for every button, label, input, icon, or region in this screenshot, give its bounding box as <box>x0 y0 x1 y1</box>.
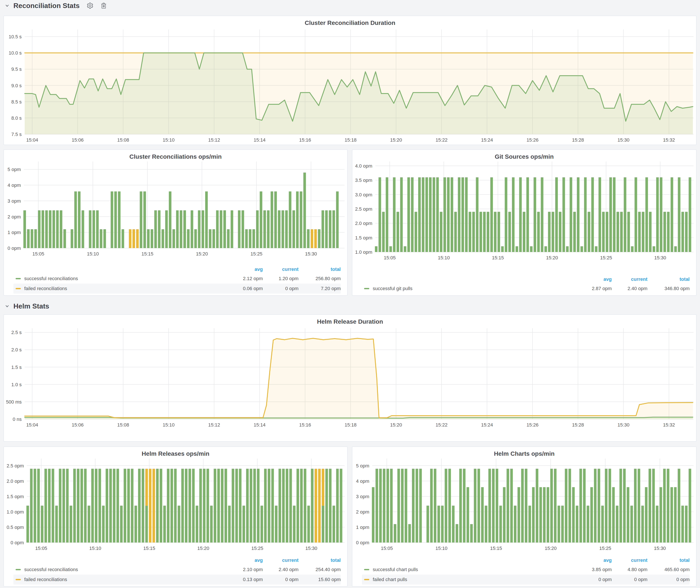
svg-text:4.0 opm: 4.0 opm <box>355 163 373 169</box>
helm-releases-opm-legend: avgcurrenttotalsuccessful reconciliation… <box>13 556 341 585</box>
svg-text:15:26: 15:26 <box>527 422 539 428</box>
svg-text:15:24: 15:24 <box>481 137 493 143</box>
svg-text:0 opm: 0 opm <box>8 246 21 251</box>
legend-header-total[interactable]: total <box>298 267 341 272</box>
legend-header-avg[interactable]: avg <box>227 267 263 272</box>
legend-stat-avg: 0.06 opm <box>227 286 263 291</box>
series-color-dash <box>16 288 21 289</box>
svg-text:15:16: 15:16 <box>299 422 311 428</box>
section-row-helm-stats[interactable]: Helm Stats <box>5 301 49 311</box>
svg-text:15:18: 15:18 <box>345 137 356 143</box>
legend-stat-current: 2.40 opm <box>612 286 647 291</box>
legend-stat-total: 7.20 opm <box>298 286 341 291</box>
svg-text:15:20: 15:20 <box>545 546 556 551</box>
svg-text:1.5 opm: 1.5 opm <box>355 235 373 241</box>
legend-stat-total: 15.60 opm <box>298 577 341 582</box>
legend-header-current[interactable]: current <box>612 276 647 282</box>
legend-stat-total: 256.80 opm <box>298 276 341 281</box>
svg-text:15:30: 15:30 <box>305 251 317 257</box>
svg-text:1.0 s: 1.0 s <box>11 382 22 387</box>
svg-text:15:08: 15:08 <box>117 422 129 428</box>
svg-text:8.5 s: 8.5 s <box>11 99 22 105</box>
legend-stat-avg: 0.13 opm <box>227 577 263 582</box>
svg-text:15:20: 15:20 <box>196 251 208 257</box>
legend-series-toggle[interactable]: failed chart pulls <box>362 577 576 582</box>
legend-series-toggle[interactable]: failed reconciliations <box>13 577 227 582</box>
legend-series-label: failed reconciliations <box>24 286 67 291</box>
series-color-dash <box>16 278 21 279</box>
panel-cluster-reconciliations-opm: Cluster Reconciliations ops/min 0 opm1 o… <box>3 149 348 296</box>
svg-text:15:05: 15:05 <box>381 546 393 551</box>
svg-text:15:20: 15:20 <box>390 137 402 143</box>
svg-text:5 opm: 5 opm <box>8 167 21 172</box>
legend-header-total[interactable]: total <box>298 557 341 563</box>
legend-row: successful chart pulls3.85 opm4.80 opm46… <box>362 565 690 575</box>
svg-text:15:16: 15:16 <box>299 137 311 143</box>
svg-text:15:32: 15:32 <box>663 137 675 143</box>
legend-stat-total: 465.60 opm <box>647 567 690 572</box>
svg-text:15:05: 15:05 <box>35 546 47 551</box>
legend-stat-current: 0 opm <box>263 577 298 582</box>
svg-text:15:25: 15:25 <box>251 546 263 551</box>
svg-text:15:30: 15:30 <box>305 546 317 551</box>
legend-header-row: avgcurrenttotal <box>362 556 690 565</box>
legend-header-total[interactable]: total <box>647 557 690 563</box>
legend-series-toggle[interactable]: successful reconciliations <box>13 567 227 572</box>
section-row-reconciliation-stats[interactable]: Reconciliation Stats <box>5 0 107 11</box>
series-color-dash <box>16 569 21 570</box>
legend-header-avg[interactable]: avg <box>576 557 612 563</box>
panel-helm-release-duration: Helm Release Duration 0 ns500 ms1.0 s1.5… <box>3 314 697 442</box>
legend-row: successful git pulls2.87 opm2.40 opm346.… <box>362 284 690 294</box>
git-sources-opm-plot: 1.0 opm1.5 opm2.0 opm2.5 opm3.0 opm3.5 o… <box>352 150 696 295</box>
trash-icon[interactable] <box>100 2 107 9</box>
svg-text:15:08: 15:08 <box>117 137 129 143</box>
legend-header-avg[interactable]: avg <box>227 557 263 563</box>
legend-stat-total: 346.80 opm <box>647 286 690 291</box>
svg-text:15:25: 15:25 <box>600 255 612 260</box>
cluster-reconciliations-opm-legend: avgcurrenttotalsuccessful reconciliation… <box>13 265 341 294</box>
legend-row: successful reconciliations2.12 opm1.20 o… <box>13 274 341 284</box>
legend-series-label: successful reconciliations <box>24 276 78 281</box>
svg-text:15:32: 15:32 <box>663 422 675 428</box>
svg-text:3.5 opm: 3.5 opm <box>355 178 373 183</box>
svg-text:2.0 opm: 2.0 opm <box>355 221 373 226</box>
legend-stat-avg: 3.85 opm <box>576 567 612 572</box>
legend-header-current[interactable]: current <box>263 267 298 272</box>
legend-series-label: successful reconciliations <box>24 567 78 572</box>
svg-text:500 ms: 500 ms <box>6 399 22 405</box>
legend-header-row: avgcurrenttotal <box>13 265 341 274</box>
svg-text:15:12: 15:12 <box>208 137 220 143</box>
helm-charts-opm-legend: avgcurrenttotalsuccessful chart pulls3.8… <box>362 556 690 585</box>
legend-header-current[interactable]: current <box>263 557 298 563</box>
legend-header-row: avgcurrenttotal <box>13 556 341 565</box>
svg-text:2.5 opm: 2.5 opm <box>355 206 373 212</box>
svg-text:15:20: 15:20 <box>546 255 558 260</box>
svg-text:15:15: 15:15 <box>141 251 153 257</box>
svg-text:15:15: 15:15 <box>143 546 155 551</box>
svg-text:1.5 opm: 1.5 opm <box>7 494 24 499</box>
svg-text:5 opm: 5 opm <box>356 463 369 468</box>
svg-text:15:28: 15:28 <box>572 137 584 143</box>
gear-icon[interactable] <box>87 2 94 9</box>
legend-series-toggle[interactable]: successful chart pulls <box>362 567 576 572</box>
legend-header-row: avgcurrenttotal <box>362 275 690 284</box>
legend-row: failed reconciliations0.06 opm0 opm7.20 … <box>13 284 341 294</box>
legend-header-total[interactable]: total <box>647 276 690 282</box>
legend-header-avg[interactable]: avg <box>576 276 612 282</box>
legend-series-toggle[interactable]: failed reconciliations <box>13 286 227 291</box>
svg-text:15:10: 15:10 <box>89 546 101 551</box>
legend-stat-current: 0 opm <box>612 577 647 582</box>
svg-text:15:06: 15:06 <box>72 137 84 143</box>
svg-text:15:14: 15:14 <box>254 137 266 143</box>
legend-series-toggle[interactable]: successful git pulls <box>362 286 576 291</box>
svg-text:1.0 opm: 1.0 opm <box>7 509 24 515</box>
svg-text:15:26: 15:26 <box>527 137 539 143</box>
legend-series-toggle[interactable]: successful reconciliations <box>13 276 227 281</box>
svg-text:3 opm: 3 opm <box>8 198 21 204</box>
svg-text:2.0 s: 2.0 s <box>11 347 22 352</box>
svg-text:15:22: 15:22 <box>435 137 447 143</box>
svg-text:15:04: 15:04 <box>26 137 38 143</box>
svg-text:15:15: 15:15 <box>490 546 502 551</box>
legend-header-current[interactable]: current <box>612 557 647 563</box>
helm-release-duration-plot: 0 ns500 ms1.0 s1.5 s2.0 s2.5 s15:0415:06… <box>4 315 696 441</box>
